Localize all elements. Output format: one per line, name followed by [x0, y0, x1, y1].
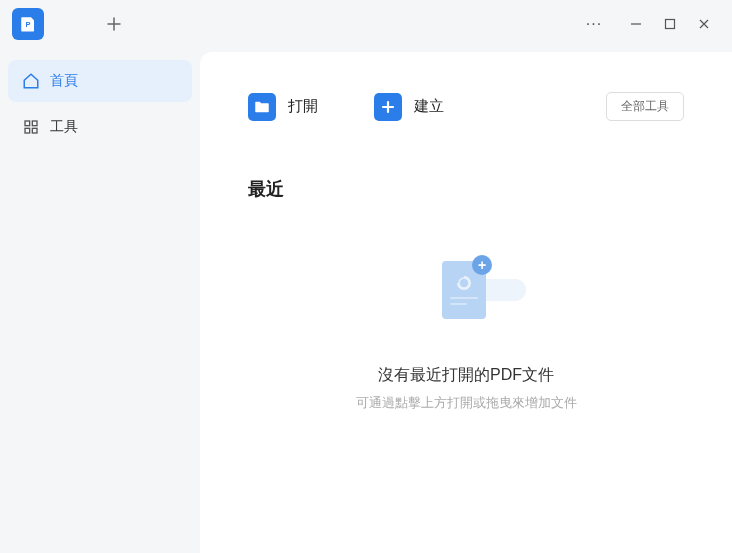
empty-title: 沒有最近打開的PDF文件: [378, 365, 554, 386]
maximize-button[interactable]: [654, 8, 686, 40]
sidebar-item-label: 首頁: [50, 72, 78, 90]
close-icon: [698, 18, 710, 30]
svg-rect-3: [32, 121, 37, 126]
sidebar-item-tools[interactable]: 工具: [8, 106, 192, 148]
pdf-symbol-icon: [452, 275, 476, 293]
svg-rect-2: [25, 121, 30, 126]
app-logo: P: [12, 8, 44, 40]
svg-text:P: P: [25, 20, 30, 29]
open-label: 打開: [288, 97, 318, 116]
document-shape: [442, 261, 486, 319]
create-label: 建立: [414, 97, 444, 116]
sidebar-item-home[interactable]: 首頁: [8, 60, 192, 102]
empty-subtitle: 可通過點擊上方打開或拖曳來增加文件: [356, 394, 577, 412]
doc-lines: [450, 297, 478, 309]
recent-title: 最近: [248, 177, 684, 201]
plus-square-icon: [374, 93, 402, 121]
sidebar: 首頁 工具: [0, 48, 200, 553]
close-button[interactable]: [688, 8, 720, 40]
svg-rect-4: [25, 128, 30, 133]
svg-rect-5: [32, 128, 37, 133]
sidebar-item-label: 工具: [50, 118, 78, 136]
content-area: 打開 建立 全部工具 最近: [200, 52, 732, 553]
folder-icon: [248, 93, 276, 121]
titlebar: P ···: [0, 0, 732, 48]
create-button[interactable]: 建立: [374, 93, 444, 121]
action-row: 打開 建立 全部工具: [248, 92, 684, 121]
pdf-logo-icon: P: [19, 15, 37, 33]
add-badge-icon: [472, 255, 492, 275]
empty-illustration: [406, 261, 526, 341]
minimize-button[interactable]: [620, 8, 652, 40]
open-button[interactable]: 打開: [248, 93, 318, 121]
window-controls: ···: [578, 8, 720, 40]
more-menu-button[interactable]: ···: [578, 8, 610, 40]
all-tools-button[interactable]: 全部工具: [606, 92, 684, 121]
svg-rect-1: [666, 20, 675, 29]
home-icon: [22, 72, 40, 90]
minimize-icon: [630, 18, 642, 30]
maximize-icon: [664, 18, 676, 30]
new-tab-button[interactable]: [100, 10, 128, 38]
grid-icon: [22, 118, 40, 136]
main-area: 首頁 工具 打開: [0, 48, 732, 553]
empty-state: 沒有最近打開的PDF文件 可通過點擊上方打開或拖曳來增加文件: [248, 261, 684, 412]
plus-icon: [107, 17, 121, 31]
